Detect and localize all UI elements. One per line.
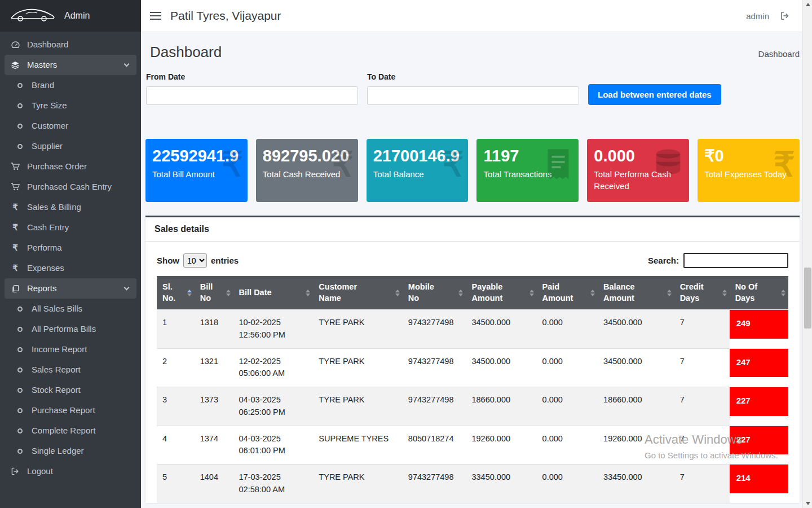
rupee-icon [9, 202, 21, 212]
table-row: 5 1404 17-03-2025 02:58:00 AM TYRE PARK … [157, 465, 788, 503]
sidebar-item-purchased-cash-entry[interactable]: Purchased Cash Entry [0, 177, 141, 197]
cell-bill-date: 10-02-2025 12:56:00 PM [233, 310, 314, 349]
brand-link[interactable]: Admin [0, 0, 141, 32]
col-header-bill-no[interactable]: Bill No [195, 276, 233, 310]
rupee-icon [9, 222, 21, 233]
col-header-customer-name[interactable]: Customer Name [313, 276, 403, 310]
chevron-down-icon [124, 285, 130, 291]
sidebar-item-label: Stock Report [32, 385, 81, 395]
car-logo-icon [9, 7, 56, 25]
sidebar-item-label: Customer [32, 121, 68, 131]
sidebar-item-purchase-order[interactable]: Purchase Order [0, 156, 141, 177]
sidebar-item-label: All Sales Bills [32, 304, 82, 314]
cell-paid-amount: 0.000 [537, 348, 598, 387]
scrollbar-thumb[interactable] [804, 268, 811, 329]
sidebar-item-stock-report[interactable]: Stock Report [0, 380, 141, 400]
cell-bill-no: 1321 [195, 348, 233, 387]
sidebar-item-reports[interactable]: Reports [5, 278, 136, 299]
sales-table: Sl. No. Bill No Bill Date Customer Name … [157, 276, 788, 503]
table-header-row: Sl. No. Bill No Bill Date Customer Name … [157, 276, 788, 310]
stat-card-total-cash-received: 892795.020 Total Cash Received [256, 139, 358, 202]
sidebar-item-performa[interactable]: Performa [0, 238, 141, 258]
date-filters: From Date To Date Load between entered d… [145, 72, 800, 105]
sidebar-item-customer[interactable]: Customer [0, 116, 141, 136]
cell-no-of-days: 227 [730, 426, 788, 465]
col-header-mobile-no[interactable]: Mobile No [403, 276, 466, 310]
col-header-credit-days[interactable]: Credit Days [674, 276, 730, 310]
sidebar-item-expenses[interactable]: Expenses [0, 258, 141, 278]
sidebar-item-label: Purchase Report [32, 405, 95, 415]
sidebar-item-masters[interactable]: Masters [5, 55, 136, 75]
sidebar-item-label: Masters [27, 60, 57, 70]
cell-mobile-no: 9743277498 [403, 310, 466, 349]
col-header-no-of-days[interactable]: No Of Days [730, 276, 788, 310]
app-window: Admin Dashboard Masters Brand [0, 0, 812, 508]
col-header-sl-no[interactable]: Sl. No. [157, 276, 195, 310]
from-date-label: From Date [146, 72, 358, 81]
files-icon [9, 284, 21, 293]
sidebar-item-dashboard[interactable]: Dashboard [0, 34, 141, 55]
table-row: 2 1321 12-02-2025 05:06:00 AM TYRE PARK … [157, 348, 788, 387]
cell-balance-amount: 19260.000 [598, 426, 674, 465]
col-header-bill-date[interactable]: Bill Date [233, 276, 314, 310]
cell-credit-days: 7 [674, 465, 730, 503]
sidebar-item-sales-report[interactable]: Sales Report [0, 360, 141, 380]
stat-card-total-bill-amount: 22592941.9 Total Bill Amount [145, 139, 248, 202]
sidebar-item-label: Complete Report [32, 426, 95, 436]
sidebar-item-all-sales-bills[interactable]: All Sales Bills [0, 299, 141, 319]
col-header-paid-amount[interactable]: Paid Amount [537, 276, 598, 310]
sidebar-item-label: Performa [27, 243, 62, 253]
main-area: Patil Tyres, Vijayapur admin Dashboard D… [141, 0, 812, 508]
sidebar-item-sales-billing[interactable]: Sales & Billing [0, 197, 141, 217]
show-label: Show [157, 256, 179, 265]
logout-icon [9, 467, 21, 476]
table-row: 4 1374 04-03-2025 06:01:00 PM SUPREME TY… [157, 426, 788, 465]
user-menu[interactable]: admin [746, 11, 769, 21]
col-header-payable-amount[interactable]: Payable Amount [466, 276, 536, 310]
sidebar-item-logout[interactable]: Logout [0, 461, 141, 481]
signout-icon[interactable] [779, 11, 791, 21]
vertical-scrollbar[interactable] [802, 0, 812, 508]
cell-balance-amount: 33450.000 [598, 465, 674, 503]
cell-bill-no: 1318 [195, 310, 233, 349]
search-input[interactable] [683, 253, 788, 268]
load-dates-button[interactable]: Load between entered dates [588, 84, 721, 105]
breadcrumb: Dashboard [758, 49, 800, 61]
cell-mobile-no: 8050718274 [403, 426, 466, 465]
scroll-up-arrow-icon[interactable] [803, 0, 812, 9]
stat-card-total-expenses-today: ₹0 Total Expenses Today [698, 139, 800, 202]
scroll-down-arrow-icon[interactable] [803, 499, 812, 508]
sidebar-item-all-performa-bills[interactable]: All Performa Bills [0, 319, 141, 339]
cell-credit-days: 7 [674, 426, 730, 465]
cell-balance-amount: 34500.000 [598, 310, 674, 349]
to-date-input[interactable] [367, 86, 579, 105]
sidebar-item-single-ledger[interactable]: Single Ledger [0, 441, 141, 461]
tachometer-icon [9, 40, 21, 50]
cell-bill-no: 1374 [195, 426, 233, 465]
sidebar-item-label: Purchased Cash Entry [27, 182, 112, 192]
days-badge: 247 [730, 349, 788, 378]
sidebar-item-supplier[interactable]: Supplier [0, 136, 141, 156]
cell-bill-no: 1373 [195, 387, 233, 426]
stat-card-total-performa-cash-received: 0.000 Total Performa Cash Received [587, 139, 689, 202]
from-date-input[interactable] [146, 86, 358, 105]
cell-bill-no: 1404 [195, 465, 233, 503]
sidebar-item-brand[interactable]: Brand [0, 75, 141, 95]
sidebar-item-income-report[interactable]: Income Report [0, 339, 141, 360]
sidebar-item-cash-entry[interactable]: Cash Entry [0, 217, 141, 238]
cell-payable-amount: 33450.000 [466, 465, 536, 503]
cell-payable-amount: 34500.000 [466, 310, 536, 349]
sort-icon [306, 290, 310, 296]
stat-card-total-balance: 21700146.9 Total Balance [367, 139, 469, 202]
cell-customer-name: TYRE PARK [313, 348, 403, 387]
content: Dashboard Dashboard From Date To Date Lo… [141, 32, 812, 508]
sidebar-item-label: Tyre Size [32, 100, 67, 111]
entries-select[interactable]: 10 [183, 253, 207, 268]
sidebar-item-purchase-report[interactable]: Purchase Report [0, 400, 141, 421]
stat-cards: 22592941.9 Total Bill Amount 892795.020 … [145, 139, 800, 202]
sidebar-item-tyre-size[interactable]: Tyre Size [0, 95, 141, 116]
col-header-balance-amount[interactable]: Balance Amount [598, 276, 674, 310]
sidebar-item-complete-report[interactable]: Complete Report [0, 421, 141, 441]
hamburger-menu-icon[interactable] [150, 11, 161, 20]
sidebar-nav: Dashboard Masters Brand Tyre Size Custom… [0, 32, 141, 481]
